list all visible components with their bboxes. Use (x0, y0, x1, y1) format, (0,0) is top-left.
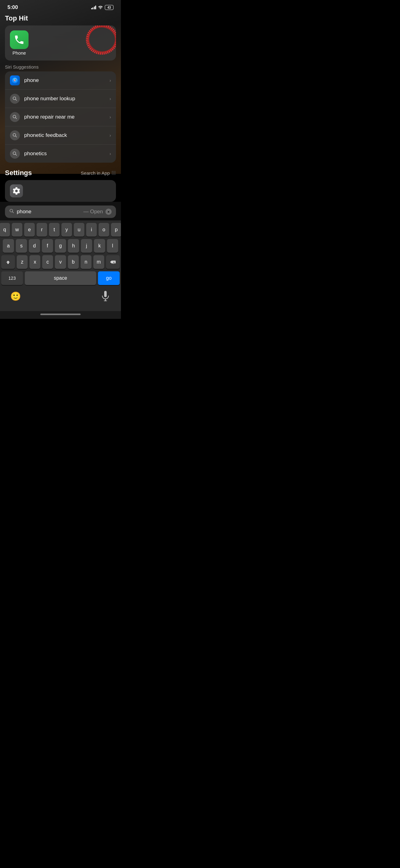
suggestion-phonetics[interactable]: phonetics › (5, 145, 116, 163)
keyboard-extras-row: 🙂 (1, 287, 120, 311)
key-shift[interactable] (1, 255, 15, 269)
settings-section-title: Settings (5, 169, 32, 177)
svg-point-11 (13, 152, 16, 155)
key-o[interactable]: o (99, 223, 109, 237)
status-bar: 5:00 43 (0, 0, 121, 13)
svg-rect-15 (104, 291, 107, 297)
emoji-icon: 🙂 (10, 291, 21, 302)
top-hit-card[interactable]: Phone (5, 26, 116, 61)
search-query-text: phone (17, 209, 81, 215)
signal-icon (91, 6, 96, 9)
key-b[interactable]: b (68, 255, 79, 269)
chevron-icon-5: › (109, 151, 111, 156)
magnifier-icon (12, 96, 18, 101)
suggestion-phonetic-feedback[interactable]: phonetic feedback › (5, 126, 116, 145)
compass-svg (11, 77, 18, 84)
external-link-icon: ⬛ (111, 171, 116, 175)
suggestion-phone[interactable]: phone › (5, 71, 116, 90)
key-e[interactable]: e (24, 223, 35, 237)
home-bar (40, 314, 80, 315)
svg-point-9 (13, 133, 16, 136)
suggestion-text-lookup: phone number lookup (24, 96, 105, 102)
search-suggestion-icon-3 (10, 130, 20, 140)
clear-icon: × (108, 210, 109, 214)
svg-point-7 (13, 115, 16, 118)
phone-app-label: Phone (12, 50, 26, 56)
svg-line-6 (15, 99, 17, 101)
microphone-icon (101, 291, 109, 302)
phone-app-icon (10, 30, 29, 49)
svg-line-10 (15, 136, 17, 137)
key-p[interactable]: p (111, 223, 121, 237)
emoji-button[interactable]: 🙂 (10, 290, 21, 302)
key-j[interactable]: j (81, 239, 92, 253)
phone-app-result: Phone (10, 30, 29, 56)
shift-icon (5, 259, 11, 265)
key-delete[interactable] (106, 255, 120, 269)
status-icons: 43 (91, 5, 114, 10)
chevron-icon-4: › (109, 133, 111, 138)
key-f[interactable]: f (42, 239, 53, 253)
top-hit-section-title: Top Hit (5, 13, 116, 22)
key-k[interactable]: k (94, 239, 105, 253)
suggestion-phone-number-lookup[interactable]: phone number lookup › (5, 90, 116, 108)
keyboard-row-2: a s d f g h j k l (1, 239, 120, 253)
suggestion-text-phonetic: phonetic feedback (24, 132, 105, 138)
key-z[interactable]: z (17, 255, 28, 269)
key-s[interactable]: s (16, 239, 27, 253)
svg-point-0 (85, 26, 116, 56)
safari-app-icon (10, 75, 20, 85)
chevron-icon-2: › (109, 96, 111, 101)
key-u[interactable]: u (74, 223, 84, 237)
keyboard-row-1: q w e r t y u i o p (1, 223, 120, 237)
search-in-app-label: Search in App (81, 170, 110, 176)
search-clear-button[interactable]: × (105, 209, 112, 215)
magnifier-icon-3 (12, 133, 18, 138)
phone-icon (14, 34, 25, 45)
key-m[interactable]: m (93, 255, 104, 269)
key-i[interactable]: i (86, 223, 97, 237)
search-bar[interactable]: phone — Open × (5, 206, 116, 218)
battery-icon: 43 (105, 5, 113, 10)
wifi-icon (98, 5, 103, 10)
home-indicator-area (0, 311, 121, 319)
key-l[interactable]: l (107, 239, 118, 253)
settings-gear-app-icon (10, 184, 23, 197)
microphone-button[interactable] (100, 290, 111, 302)
key-n[interactable]: n (80, 255, 92, 269)
key-c[interactable]: c (42, 255, 53, 269)
chevron-icon-3: › (109, 115, 111, 120)
magnifier-icon-2 (12, 115, 18, 120)
chevron-icon: › (109, 78, 111, 83)
search-suggestion-icon-2 (10, 112, 20, 122)
key-go[interactable]: go (98, 271, 120, 285)
red-circle-annotation (85, 26, 116, 57)
svg-point-5 (13, 97, 16, 100)
suggestion-text-repair: phone repair near me (24, 114, 105, 120)
key-a[interactable]: a (3, 239, 14, 253)
key-numbers[interactable]: 123 (1, 271, 23, 285)
search-in-app-button[interactable]: Search in App ⬛ (81, 170, 116, 176)
key-t[interactable]: t (49, 223, 60, 237)
key-h[interactable]: h (68, 239, 79, 253)
key-q[interactable]: q (0, 223, 10, 237)
svg-line-12 (15, 154, 17, 156)
key-w[interactable]: w (12, 223, 22, 237)
key-d[interactable]: d (29, 239, 40, 253)
settings-card[interactable] (5, 180, 116, 202)
key-v[interactable]: v (55, 255, 66, 269)
suggestion-phone-repair[interactable]: phone repair near me › (5, 108, 116, 126)
key-y[interactable]: y (61, 223, 72, 237)
search-bar-magnifier-icon (9, 209, 14, 215)
status-time: 5:00 (7, 4, 18, 10)
key-x[interactable]: x (29, 255, 40, 269)
siri-suggestions-label: Siri Suggestions (5, 64, 116, 69)
key-r[interactable]: r (37, 223, 47, 237)
key-g[interactable]: g (55, 239, 66, 253)
search-suggestion-icon-4 (10, 149, 20, 159)
magnifier-icon-4 (12, 151, 18, 156)
delete-icon (110, 260, 116, 264)
svg-point-1 (88, 26, 116, 53)
search-suggestion-icon (10, 94, 20, 104)
key-space[interactable]: space (25, 271, 96, 285)
